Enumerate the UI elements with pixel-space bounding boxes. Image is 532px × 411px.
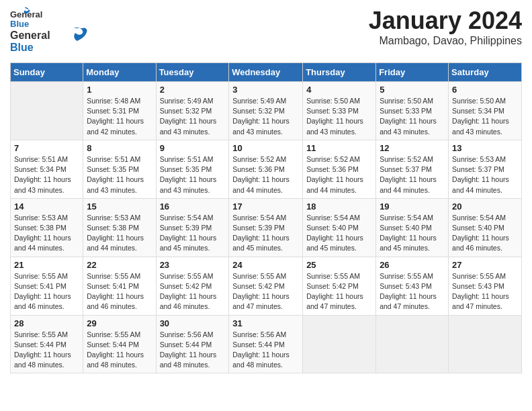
day-number: 24: [232, 260, 299, 270]
calendar-cell: 20 Sunrise: 5:54 AMSunset: 5:40 PMDaylig…: [449, 198, 522, 257]
calendar-cell: 4 Sunrise: 5:50 AMSunset: 5:33 PMDayligh…: [303, 82, 376, 140]
calendar-cell: 21 Sunrise: 5:55 AMSunset: 5:41 PMDaylig…: [11, 257, 83, 315]
calendar-week-row: 1 Sunrise: 5:48 AMSunset: 5:31 PMDayligh…: [11, 82, 522, 140]
day-number: 22: [87, 260, 152, 270]
day-number: 18: [306, 201, 372, 212]
svg-text:General: General: [10, 30, 50, 41]
calendar-cell: 16 Sunrise: 5:54 AMSunset: 5:39 PMDaylig…: [156, 198, 229, 257]
calendar-cell: 24 Sunrise: 5:55 AMSunset: 5:42 PMDaylig…: [229, 257, 303, 315]
logo: General Blue General Blue: [10, 7, 47, 57]
day-info: Sunrise: 5:55 AMSunset: 5:42 PMDaylight:…: [232, 271, 299, 312]
day-info: Sunrise: 5:54 AMSunset: 5:40 PMDaylight:…: [380, 213, 445, 254]
day-number: 27: [452, 260, 518, 270]
day-number: 4: [306, 85, 372, 95]
day-info: Sunrise: 5:55 AMSunset: 5:41 PMDaylight:…: [87, 271, 152, 312]
calendar-cell: 9 Sunrise: 5:51 AMSunset: 5:35 PMDayligh…: [156, 140, 229, 198]
svg-text:Blue: Blue: [10, 42, 34, 53]
svg-text:General: General: [10, 9, 42, 19]
day-number: 30: [160, 318, 226, 328]
day-info: Sunrise: 5:53 AMSunset: 5:38 PMDaylight:…: [87, 213, 152, 254]
day-number: 10: [232, 143, 299, 153]
day-number: 2: [160, 85, 226, 95]
location: Mambago, Davao, Philippines: [369, 35, 522, 47]
day-info: Sunrise: 5:55 AMSunset: 5:42 PMDaylight:…: [306, 271, 372, 312]
calendar-cell: 3 Sunrise: 5:49 AMSunset: 5:32 PMDayligh…: [229, 82, 303, 140]
weekday-header-monday: Monday: [83, 63, 156, 82]
day-number: 19: [380, 201, 445, 212]
calendar-week-row: 14 Sunrise: 5:53 AMSunset: 5:38 PMDaylig…: [11, 198, 522, 257]
day-number: 12: [380, 143, 445, 153]
calendar-cell: 12 Sunrise: 5:52 AMSunset: 5:37 PMDaylig…: [376, 140, 449, 198]
calendar-week-row: 21 Sunrise: 5:55 AMSunset: 5:41 PMDaylig…: [11, 257, 522, 315]
day-number: 3: [232, 85, 299, 95]
calendar-cell: 14 Sunrise: 5:53 AMSunset: 5:38 PMDaylig…: [11, 198, 83, 257]
calendar-week-row: 28 Sunrise: 5:55 AMSunset: 5:44 PMDaylig…: [11, 315, 522, 373]
day-info: Sunrise: 5:56 AMSunset: 5:44 PMDaylight:…: [160, 330, 226, 371]
calendar-cell: [11, 82, 83, 140]
calendar-cell: 26 Sunrise: 5:55 AMSunset: 5:43 PMDaylig…: [376, 257, 449, 315]
calendar-cell: 15 Sunrise: 5:53 AMSunset: 5:38 PMDaylig…: [83, 198, 156, 257]
day-info: Sunrise: 5:53 AMSunset: 5:38 PMDaylight:…: [14, 213, 79, 254]
day-number: 31: [232, 318, 299, 328]
calendar-cell: [376, 315, 449, 373]
day-number: 26: [380, 260, 445, 270]
day-info: Sunrise: 5:54 AMSunset: 5:39 PMDaylight:…: [232, 213, 299, 254]
calendar-cell: 1 Sunrise: 5:48 AMSunset: 5:31 PMDayligh…: [83, 82, 156, 140]
day-number: 17: [232, 201, 299, 212]
day-info: Sunrise: 5:50 AMSunset: 5:33 PMDaylight:…: [380, 96, 445, 137]
weekday-header-row: SundayMondayTuesdayWednesdayThursdayFrid…: [11, 63, 522, 82]
calendar-cell: 31 Sunrise: 5:56 AMSunset: 5:44 PMDaylig…: [229, 315, 303, 373]
calendar-cell: 22 Sunrise: 5:55 AMSunset: 5:41 PMDaylig…: [83, 257, 156, 315]
day-info: Sunrise: 5:50 AMSunset: 5:34 PMDaylight:…: [452, 96, 518, 137]
calendar-cell: [303, 315, 376, 373]
calendar-cell: 19 Sunrise: 5:54 AMSunset: 5:40 PMDaylig…: [376, 198, 449, 257]
day-info: Sunrise: 5:52 AMSunset: 5:37 PMDaylight:…: [380, 154, 445, 195]
day-info: Sunrise: 5:52 AMSunset: 5:36 PMDaylight:…: [232, 154, 299, 195]
day-info: Sunrise: 5:49 AMSunset: 5:32 PMDaylight:…: [160, 96, 226, 137]
day-info: Sunrise: 5:55 AMSunset: 5:44 PMDaylight:…: [14, 330, 79, 371]
weekday-header-thursday: Thursday: [303, 63, 376, 82]
calendar-cell: 17 Sunrise: 5:54 AMSunset: 5:39 PMDaylig…: [229, 198, 303, 257]
calendar-cell: 7 Sunrise: 5:51 AMSunset: 5:34 PMDayligh…: [11, 140, 83, 198]
calendar-cell: 5 Sunrise: 5:50 AMSunset: 5:33 PMDayligh…: [376, 82, 449, 140]
day-info: Sunrise: 5:56 AMSunset: 5:44 PMDaylight:…: [232, 330, 299, 371]
day-info: Sunrise: 5:53 AMSunset: 5:37 PMDaylight:…: [452, 154, 518, 195]
day-info: Sunrise: 5:55 AMSunset: 5:42 PMDaylight:…: [160, 271, 226, 312]
day-number: 20: [452, 201, 518, 212]
header: General Blue General Blue January 2024 M…: [10, 7, 522, 57]
calendar-week-row: 7 Sunrise: 5:51 AMSunset: 5:34 PMDayligh…: [11, 140, 522, 198]
day-number: 15: [87, 201, 152, 212]
day-number: 29: [87, 318, 152, 328]
day-number: 25: [306, 260, 372, 270]
calendar-cell: 2 Sunrise: 5:49 AMSunset: 5:32 PMDayligh…: [156, 82, 229, 140]
day-number: 7: [14, 143, 79, 153]
calendar-cell: 10 Sunrise: 5:52 AMSunset: 5:36 PMDaylig…: [229, 140, 303, 198]
weekday-header-saturday: Saturday: [449, 63, 522, 82]
day-info: Sunrise: 5:48 AMSunset: 5:31 PMDaylight:…: [87, 96, 152, 137]
day-number: 8: [87, 143, 152, 153]
month-title: January 2024: [369, 7, 522, 35]
day-info: Sunrise: 5:55 AMSunset: 5:41 PMDaylight:…: [14, 271, 79, 312]
weekday-header-sunday: Sunday: [11, 63, 83, 82]
calendar-cell: 6 Sunrise: 5:50 AMSunset: 5:34 PMDayligh…: [449, 82, 522, 140]
day-number: 1: [87, 85, 152, 95]
day-number: 5: [380, 85, 445, 95]
day-number: 11: [306, 143, 372, 153]
calendar-cell: 18 Sunrise: 5:54 AMSunset: 5:40 PMDaylig…: [303, 198, 376, 257]
logo-full-icon: General Blue: [10, 27, 91, 57]
day-number: 28: [14, 318, 79, 328]
day-info: Sunrise: 5:55 AMSunset: 5:43 PMDaylight:…: [452, 271, 518, 312]
day-info: Sunrise: 5:51 AMSunset: 5:35 PMDaylight:…: [87, 154, 152, 195]
weekday-header-tuesday: Tuesday: [156, 63, 229, 82]
calendar-table: SundayMondayTuesdayWednesdayThursdayFrid…: [10, 62, 522, 373]
calendar-cell: 11 Sunrise: 5:52 AMSunset: 5:36 PMDaylig…: [303, 140, 376, 198]
weekday-header-wednesday: Wednesday: [229, 63, 303, 82]
day-number: 16: [160, 201, 226, 212]
day-info: Sunrise: 5:49 AMSunset: 5:32 PMDaylight:…: [232, 96, 299, 137]
day-number: 13: [452, 143, 518, 153]
day-number: 14: [14, 201, 79, 212]
day-info: Sunrise: 5:54 AMSunset: 5:39 PMDaylight:…: [160, 213, 226, 254]
day-info: Sunrise: 5:51 AMSunset: 5:35 PMDaylight:…: [160, 154, 226, 195]
calendar-cell: 13 Sunrise: 5:53 AMSunset: 5:37 PMDaylig…: [449, 140, 522, 198]
day-info: Sunrise: 5:54 AMSunset: 5:40 PMDaylight:…: [306, 213, 372, 254]
